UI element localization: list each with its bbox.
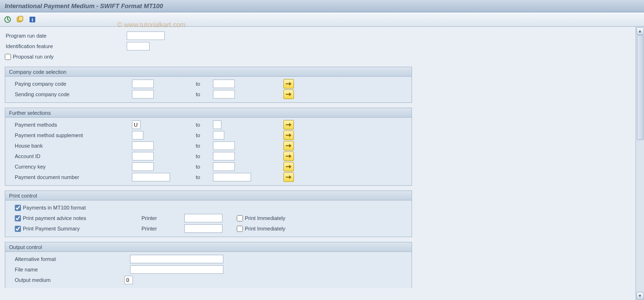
immediate1-label: Print Immediately [245,215,285,221]
further-row-0-to-input[interactable] [213,120,221,129]
further-row-4-to-input[interactable] [213,162,235,171]
further-row-1-to-label: to [196,132,213,138]
further-row-5-multi-select-button[interactable] [283,172,294,182]
company-row-1-to-input[interactable] [213,90,235,99]
company-row-0-to-input[interactable] [213,80,235,88]
further-row-1-multi-select-button[interactable] [283,130,294,140]
toolbar: i [0,12,644,27]
svg-rect-2 [19,16,23,21]
proposal-checkbox[interactable] [5,54,11,60]
proposal-label: Proposal run only [13,54,54,60]
further-row-2-multi-select-button[interactable] [283,141,294,150]
group-output-header: Output control [5,242,412,252]
immediate2-label: Print Immediately [245,226,285,231]
svg-text:i: i [31,17,33,22]
further-row-4-from-input[interactable] [132,162,154,171]
filename-input[interactable] [130,265,223,274]
filename-label: File name [8,267,130,272]
further-row-0-multi-select-button[interactable] [283,120,294,130]
vertical-scrollbar[interactable]: ▲ ▼ [635,27,644,300]
company-row-1-to-label: to [196,91,213,97]
further-row-1-label: Payment method supplement [8,132,132,138]
company-row-1-multi-select-button[interactable] [283,90,294,99]
output-medium-label: Output medium [8,277,124,283]
further-row-5-label: Payment document number [8,174,132,180]
mt100-checkbox[interactable] [15,205,21,211]
further-row-4-label: Currency key [8,164,132,170]
page-title: International Payment Medium - SWIFT For… [5,2,163,10]
identification-label: Identification feature [5,43,127,49]
printer2-input[interactable] [184,224,222,233]
group-print-header: Print control [5,191,412,200]
mt100-label: Payments in MT100 format [23,205,86,210]
info-button[interactable]: i [28,15,37,24]
further-row-3-from-input[interactable] [132,152,154,160]
group-company-header: Company code selection [5,67,412,77]
further-row-5-from-input[interactable] [132,173,170,181]
printer2-label: Printer [141,226,184,231]
group-print-control: Print control Payments in MT100 format P… [5,190,412,237]
further-row-3-multi-select-button[interactable] [283,151,294,161]
group-company-code: Company code selection Paying company co… [5,67,412,103]
further-row-0-label: Payment methods [8,122,132,128]
summary-checkbox[interactable] [15,226,21,232]
scroll-thumb[interactable] [637,35,644,140]
further-row-2-to-label: to [196,143,213,149]
further-row-3-label: Account ID [8,153,132,159]
advice-checkbox[interactable] [15,215,21,221]
printer1-label: Printer [141,215,184,221]
title-bar: International Payment Medium - SWIFT For… [0,0,644,12]
further-row-3-to-label: to [196,153,213,159]
further-row-1-to-input[interactable] [213,131,224,140]
company-row-1-label: Sending company code [8,91,132,97]
further-row-3-to-input[interactable] [213,152,235,160]
execute-button[interactable] [3,15,12,24]
company-row-1-from-input[interactable] [132,90,154,99]
printer1-input[interactable] [184,214,222,222]
program-run-date-input[interactable] [127,31,165,40]
further-row-2-to-input[interactable] [213,141,235,150]
group-further-selections: Further selections Payment methodstoPaym… [5,108,412,186]
further-row-5-to-label: to [196,174,213,180]
group-further-header: Further selections [5,108,412,118]
scroll-down-arrow[interactable]: ▼ [636,292,644,300]
group-output-control: Output control Alternative format File n… [5,242,412,288]
further-row-2-from-input[interactable] [132,141,154,150]
summary-label: Print Payment Summary [23,226,80,231]
alt-format-input[interactable] [130,255,223,263]
further-row-1-from-input[interactable] [132,131,143,140]
further-row-2-label: House bank [8,143,132,149]
further-row-0-from-input[interactable] [132,120,141,129]
content-area: Program run date Identification feature … [0,27,635,300]
company-row-0-from-input[interactable] [132,80,154,88]
alt-format-label: Alternative format [8,256,130,262]
immediate2-checkbox[interactable] [237,226,243,232]
further-row-4-to-label: to [196,164,213,170]
company-row-0-label: Paying company code [8,81,132,87]
advice-label: Print payment advice notes [23,215,86,221]
immediate1-checkbox[interactable] [237,215,243,221]
further-row-4-multi-select-button[interactable] [283,162,294,171]
further-row-0-to-label: to [196,122,213,128]
output-medium-input[interactable] [124,276,133,284]
identification-input[interactable] [127,42,150,50]
further-row-5-to-input[interactable] [213,173,251,181]
company-row-0-to-label: to [196,81,213,87]
variant-button[interactable] [15,15,25,24]
scroll-up-arrow[interactable]: ▲ [636,27,644,35]
company-row-0-multi-select-button[interactable] [283,79,294,89]
program-run-date-label: Program run date [5,33,127,39]
